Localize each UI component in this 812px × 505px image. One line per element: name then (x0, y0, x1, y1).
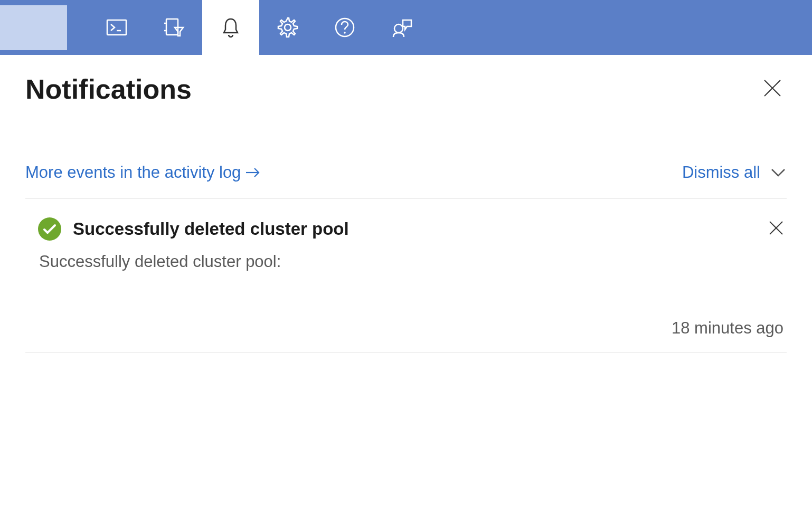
arrow-right-icon (245, 167, 261, 178)
help-icon (333, 16, 356, 39)
svg-point-6 (285, 24, 291, 31)
success-status-icon (38, 217, 61, 241)
toolbar-search-placeholder[interactable] (0, 5, 67, 50)
chevron-down-icon[interactable] (770, 167, 787, 178)
more-events-link[interactable]: More events in the activity log (25, 163, 261, 182)
panel-title: Notifications (25, 73, 192, 105)
checkmark-icon (43, 224, 56, 234)
bell-icon (219, 16, 242, 39)
dismiss-all-link[interactable]: Dismiss all (682, 163, 760, 182)
filter-icon (162, 16, 185, 39)
svg-point-8 (344, 32, 346, 34)
notification-item: Successfully deleted cluster pool Succes… (25, 198, 787, 353)
notification-body: Successfully deleted cluster pool: (39, 252, 787, 271)
top-toolbar (0, 0, 812, 55)
help-button[interactable] (316, 0, 373, 55)
notification-header-left: Successfully deleted cluster pool (38, 217, 349, 241)
settings-button[interactable] (259, 0, 316, 55)
cloud-shell-icon (105, 16, 128, 39)
close-icon (768, 220, 785, 236)
notifications-panel: Notifications More events in the activit… (0, 55, 812, 353)
filter-button[interactable] (145, 0, 202, 55)
feedback-button[interactable] (373, 0, 430, 55)
notification-timestamp: 18 minutes ago (38, 319, 787, 338)
svg-point-9 (394, 24, 403, 33)
gear-icon (276, 16, 299, 39)
panel-header: Notifications (25, 73, 787, 105)
notifications-button[interactable] (202, 0, 259, 55)
dismiss-all-group: Dismiss all (682, 163, 787, 182)
close-panel-button[interactable] (758, 74, 787, 104)
dismiss-notification-button[interactable] (766, 217, 787, 241)
notification-title: Successfully deleted cluster pool (73, 219, 349, 239)
cloud-shell-button[interactable] (88, 0, 145, 55)
more-events-label: More events in the activity log (25, 163, 241, 182)
panel-actions-row: More events in the activity log Dismiss … (25, 163, 787, 198)
notification-header: Successfully deleted cluster pool (38, 217, 787, 241)
close-icon (762, 78, 782, 98)
svg-rect-0 (107, 20, 126, 35)
feedback-icon (390, 16, 413, 39)
